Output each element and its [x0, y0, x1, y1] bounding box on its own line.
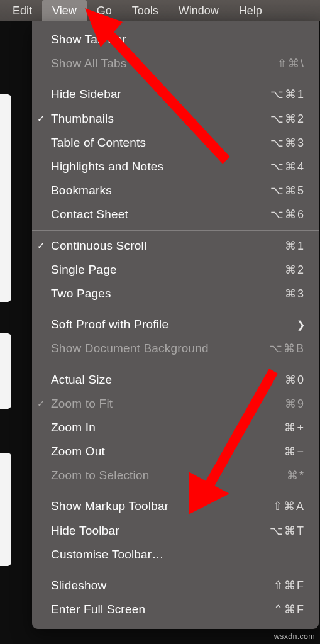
menu-separator — [32, 79, 319, 79]
menu-item-contact-sheet[interactable]: Contact Sheet⌥⌘6 — [32, 203, 319, 226]
menu-item-slideshow[interactable]: Slideshow⇧⌘F — [32, 574, 319, 597]
menu-item-label: Enter Full Screen — [51, 602, 273, 616]
menu-separator — [32, 491, 319, 491]
menu-item-label: Zoom to Fit — [51, 397, 285, 411]
menu-go[interactable]: Go — [87, 0, 122, 21]
menu-item-label: Zoom In — [51, 421, 284, 435]
shortcut: ⇧⌘\ — [277, 57, 305, 70]
menu-tools[interactable]: Tools — [122, 0, 168, 21]
menu-item-label: Zoom to Selection — [51, 469, 287, 482]
menu-item-label: Continuous Scroll — [51, 239, 285, 253]
menu-item-label: Hide Sidebar — [51, 87, 270, 101]
menu-item-label: Hide Toolbar — [51, 524, 270, 538]
menu-item-label: Table of Contents — [51, 136, 270, 150]
shortcut: ⌘9 — [285, 397, 305, 411]
menu-separator — [32, 570, 319, 570]
menu-item-label: Two Pages — [51, 287, 285, 301]
menu-separator — [32, 309, 319, 309]
menu-item-zoom-to-selection: Zoom to Selection⌘* — [32, 464, 319, 487]
menu-separator — [32, 230, 319, 231]
menu-view[interactable]: View — [42, 0, 87, 21]
shortcut: ⌥⌘1 — [270, 87, 305, 101]
menu-item-label: Show All Tabs — [51, 57, 277, 70]
menu-item-customise-toolbar[interactable]: Customise Toolbar… — [32, 543, 319, 567]
menu-item-soft-proof-with-profile[interactable]: Soft Proof with Profile❯ — [32, 313, 319, 336]
menu-item-label: Show Document Background — [51, 341, 269, 355]
menu-item-label: Customise Toolbar… — [51, 548, 305, 562]
menu-item-single-page[interactable]: Single Page⌘2 — [32, 258, 319, 282]
checkmark-icon: ✓ — [37, 113, 45, 125]
shortcut: ⌘+ — [284, 421, 305, 435]
menu-window[interactable]: Window — [168, 0, 229, 21]
view-menu-dropdown: Show Tab BarShow All Tabs⇧⌘\Hide Sidebar… — [32, 21, 319, 629]
shortcut: ⌘2 — [285, 263, 305, 277]
shortcut: ⌘− — [284, 445, 305, 458]
menu-item-thumbnails[interactable]: ✓Thumbnails⌥⌘2 — [32, 107, 319, 131]
shortcut: ⌥⌘2 — [270, 112, 305, 126]
menu-item-zoom-to-fit: ✓Zoom to Fit⌘9 — [32, 392, 319, 416]
menu-item-show-tab-bar[interactable]: Show Tab Bar — [32, 28, 319, 52]
menu-edit[interactable]: Edit — [3, 0, 42, 21]
shortcut: ⌥⌘5 — [270, 184, 305, 197]
menu-item-label: Zoom Out — [51, 445, 284, 458]
menu-item-show-markup-toolbar[interactable]: Show Markup Toolbar⇧⌘A — [32, 494, 319, 518]
menu-item-continuous-scroll[interactable]: ✓Continuous Scroll⌘1 — [32, 234, 319, 258]
menu-item-show-document-background: Show Document Background⌥⌘B — [32, 336, 319, 360]
shortcut: ⌥⌘B — [269, 341, 305, 355]
shortcut: ⌘* — [287, 469, 305, 482]
menu-help[interactable]: Help — [229, 0, 272, 21]
shortcut: ⌃⌘F — [273, 602, 305, 616]
menu-item-label: Highlights and Notes — [51, 160, 270, 174]
menu-item-label: Actual Size — [51, 373, 285, 387]
shortcut: ⌥⌘4 — [270, 160, 305, 174]
shortcut: ⌥⌘3 — [270, 136, 305, 150]
menu-item-hide-sidebar[interactable]: Hide Sidebar⌥⌘1 — [32, 82, 319, 106]
menu-item-label: Bookmarks — [51, 184, 270, 197]
shortcut: ⌘3 — [285, 287, 305, 301]
watermark: wsxdn.com — [274, 632, 315, 641]
shortcut: ⇧⌘A — [273, 499, 305, 513]
menu-item-show-all-tabs: Show All Tabs⇧⌘\ — [32, 52, 319, 75]
menu-item-label: Show Markup Toolbar — [51, 499, 273, 513]
menu-separator — [32, 364, 319, 364]
shortcut: ⌥⌘T — [270, 524, 305, 538]
menu-item-two-pages[interactable]: Two Pages⌘3 — [32, 282, 319, 306]
menu-item-label: Show Tab Bar — [51, 33, 305, 47]
menu-item-enter-full-screen[interactable]: Enter Full Screen⌃⌘F — [32, 597, 319, 621]
shortcut: ⌘1 — [285, 239, 305, 253]
menu-item-table-of-contents[interactable]: Table of Contents⌥⌘3 — [32, 131, 319, 155]
checkmark-icon: ✓ — [37, 398, 45, 409]
menu-item-zoom-out[interactable]: Zoom Out⌘− — [32, 440, 319, 464]
menu-item-zoom-in[interactable]: Zoom In⌘+ — [32, 416, 319, 440]
sidebar-background — [0, 63, 11, 629]
menu-item-hide-toolbar[interactable]: Hide Toolbar⌥⌘T — [32, 519, 319, 543]
shortcut: ⇧⌘F — [273, 579, 305, 592]
chevron-right-icon: ❯ — [297, 319, 305, 331]
checkmark-icon: ✓ — [37, 240, 45, 252]
menu-item-label: Soft Proof with Profile — [51, 318, 297, 331]
menu-item-label: Contact Sheet — [51, 208, 270, 221]
shortcut: ⌥⌘6 — [270, 208, 305, 221]
menu-item-label: Single Page — [51, 263, 285, 277]
menu-item-actual-size[interactable]: Actual Size⌘0 — [32, 367, 319, 391]
menu-item-highlights-and-notes[interactable]: Highlights and Notes⌥⌘4 — [32, 155, 319, 179]
menu-item-label: Thumbnails — [51, 112, 270, 126]
shortcut: ⌘0 — [285, 373, 305, 387]
menu-item-label: Slideshow — [51, 579, 273, 592]
menubar: EditViewGoToolsWindowHelp — [0, 0, 320, 21]
menu-item-bookmarks[interactable]: Bookmarks⌥⌘5 — [32, 179, 319, 203]
